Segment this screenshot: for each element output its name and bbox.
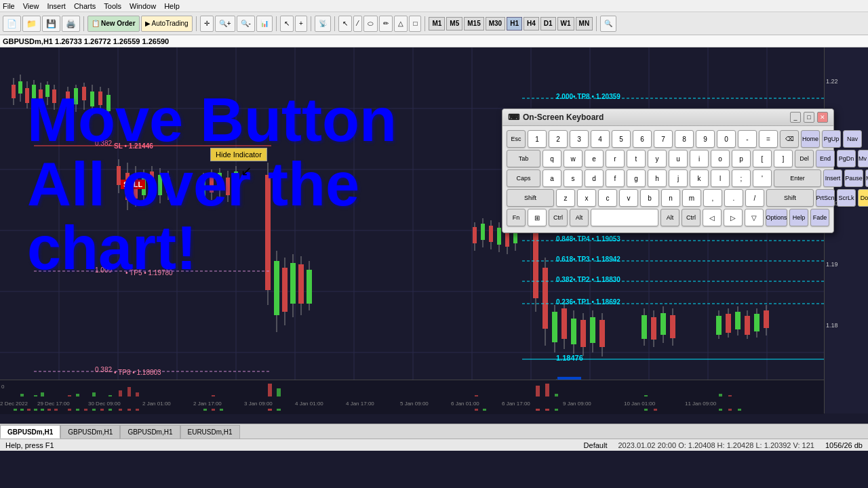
- key-end[interactable]: End: [816, 150, 835, 167]
- key-o[interactable]: o: [711, 150, 730, 167]
- draw-line-tool[interactable]: ⁄: [353, 16, 363, 32]
- key-e[interactable]: e: [585, 150, 604, 167]
- key-arrow-down[interactable]: ▽: [745, 209, 764, 226]
- menu-charts[interactable]: Charts: [74, 2, 96, 10]
- key-k[interactable]: k: [690, 169, 709, 187]
- key-arrow-right[interactable]: ▷: [724, 209, 743, 226]
- key-0[interactable]: 0: [717, 130, 736, 148]
- key-8[interactable]: 8: [675, 130, 694, 148]
- key-scrlk[interactable]: ScrLk: [837, 189, 856, 207]
- key-rbracket[interactable]: ]: [774, 150, 793, 167]
- key-mvup[interactable]: Mv Up: [858, 150, 868, 167]
- key-fn[interactable]: Fn: [507, 209, 526, 226]
- key-quote[interactable]: ': [753, 169, 772, 187]
- tab-gbpusdm-h1-1[interactable]: GBPUSDm,H1: [0, 425, 60, 439]
- key-c[interactable]: c: [598, 189, 617, 207]
- key-b[interactable]: b: [640, 189, 659, 207]
- tab-gbpusdm-h1-2[interactable]: GBPUSDm,H1: [60, 425, 120, 439]
- key-2[interactable]: 2: [549, 130, 568, 148]
- print-button[interactable]: 🖨️: [62, 16, 80, 32]
- zoom-out-button[interactable]: 🔍-: [237, 16, 255, 32]
- key-3[interactable]: 3: [570, 130, 589, 148]
- open-button[interactable]: 📁: [22, 16, 41, 32]
- key-prtscn[interactable]: PrtScn: [816, 189, 835, 207]
- key-alt-right[interactable]: Alt: [660, 209, 679, 226]
- key-u[interactable]: u: [669, 150, 688, 167]
- menu-help[interactable]: Help: [164, 2, 180, 10]
- key-w[interactable]: w: [564, 150, 583, 167]
- key-f[interactable]: f: [606, 169, 625, 187]
- menu-tools[interactable]: Tools: [104, 2, 121, 10]
- draw-ellipse-tool[interactable]: ⬭: [363, 16, 378, 32]
- key-ctrl-right[interactable]: Ctrl: [682, 209, 701, 226]
- key-m[interactable]: m: [682, 189, 701, 207]
- key-t[interactable]: t: [627, 150, 646, 167]
- tf-m30[interactable]: M30: [486, 17, 505, 30]
- tab-gbpusdm-h1-3[interactable]: GBPUSDm,H1: [120, 425, 180, 439]
- key-esc[interactable]: Esc: [507, 130, 526, 148]
- key-ctrl-left[interactable]: Ctrl: [549, 209, 568, 226]
- key-pause[interactable]: Pause: [844, 169, 863, 187]
- key-h[interactable]: h: [648, 169, 667, 187]
- crosshair-button[interactable]: ✛: [200, 16, 214, 32]
- key-comma[interactable]: ,: [703, 189, 722, 207]
- draw-triangle-tool[interactable]: △: [394, 16, 408, 32]
- tf-d1[interactable]: D1: [540, 17, 556, 30]
- key-alt-left[interactable]: Alt: [570, 209, 589, 226]
- key-del[interactable]: Del: [795, 150, 814, 167]
- tf-mn[interactable]: MN: [576, 17, 593, 30]
- new-chart-button[interactable]: 📄: [3, 16, 21, 32]
- tf-m15[interactable]: M15: [464, 17, 484, 30]
- key-nav[interactable]: Nav: [843, 130, 862, 148]
- menu-window[interactable]: Window: [130, 2, 156, 10]
- new-order-button[interactable]: 📋 New Order: [87, 16, 140, 32]
- key-p[interactable]: p: [732, 150, 751, 167]
- draw-rect-tool[interactable]: □: [409, 16, 421, 32]
- key-7[interactable]: 7: [654, 130, 673, 148]
- key-home[interactable]: Home: [801, 130, 820, 148]
- tf-w1[interactable]: W1: [557, 17, 574, 30]
- key-6[interactable]: 6: [633, 130, 652, 148]
- key-r[interactable]: r: [606, 150, 625, 167]
- menu-view[interactable]: View: [23, 2, 39, 10]
- key-lbracket[interactable]: [: [753, 150, 772, 167]
- key-z[interactable]: z: [556, 189, 575, 207]
- key-1[interactable]: 1: [528, 130, 547, 148]
- key-v[interactable]: v: [619, 189, 638, 207]
- key-caps[interactable]: Caps: [507, 169, 540, 187]
- key-arrow-left[interactable]: ◁: [703, 209, 722, 226]
- tab-eurusdm-h1[interactable]: EURUSDm,H1: [180, 425, 240, 439]
- key-win[interactable]: ⊞: [528, 209, 547, 226]
- hide-indicator-button[interactable]: Hide Indicator: [210, 148, 267, 161]
- plus-button[interactable]: +: [295, 16, 307, 32]
- key-j[interactable]: j: [669, 169, 688, 187]
- key-options[interactable]: Options: [766, 209, 787, 226]
- key-a[interactable]: a: [542, 169, 561, 187]
- key-q[interactable]: q: [542, 150, 561, 167]
- key-i[interactable]: i: [690, 150, 709, 167]
- key-n[interactable]: n: [661, 189, 680, 207]
- key-insert[interactable]: Insert: [823, 169, 842, 187]
- key-shift-right[interactable]: Shift: [766, 189, 814, 207]
- key-d[interactable]: d: [585, 169, 604, 187]
- key-s[interactable]: s: [564, 169, 583, 187]
- tf-m1[interactable]: M1: [429, 17, 445, 30]
- chart-type-button[interactable]: 📊: [256, 16, 273, 32]
- key-slash[interactable]: /: [745, 189, 764, 207]
- search-button[interactable]: 🔍: [600, 16, 616, 32]
- key-minus[interactable]: -: [738, 130, 757, 148]
- key-y[interactable]: y: [648, 150, 667, 167]
- key-9[interactable]: 9: [696, 130, 715, 148]
- close-button[interactable]: ✕: [817, 112, 828, 123]
- key-enter[interactable]: Enter: [774, 169, 821, 187]
- key-g[interactable]: g: [627, 169, 646, 187]
- key-4[interactable]: 4: [591, 130, 610, 148]
- key-backspace[interactable]: ⌫: [780, 130, 799, 148]
- tf-h1[interactable]: H1: [507, 17, 522, 30]
- key-equals[interactable]: =: [759, 130, 778, 148]
- arrow-button[interactable]: ↖: [280, 16, 294, 32]
- select-tool[interactable]: ↖: [338, 16, 352, 32]
- tf-m5[interactable]: M5: [446, 17, 462, 30]
- key-x[interactable]: x: [577, 189, 596, 207]
- key-l[interactable]: l: [711, 169, 730, 187]
